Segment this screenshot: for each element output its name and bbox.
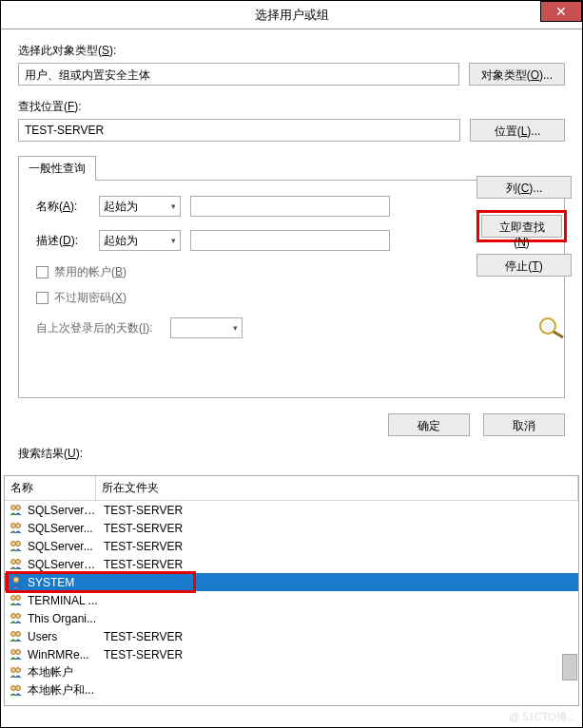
chevron-down-icon: ▾ — [233, 323, 238, 333]
group-icon — [9, 611, 24, 626]
cell-name: SQLServerS... — [28, 558, 100, 571]
cell-folder: TEST-SERVER — [104, 558, 574, 571]
noexpire-checkbox[interactable] — [36, 292, 49, 304]
locations-button[interactable]: 位置(L)... — [470, 119, 565, 142]
cell-name: SYSTEM — [28, 576, 100, 589]
desc-input[interactable] — [190, 230, 390, 251]
columns-button[interactable]: 列(C)... — [476, 176, 572, 199]
stop-button[interactable]: 停止(T) — [476, 254, 572, 277]
close-icon: ✕ — [555, 4, 567, 19]
desc-label: 描述(D): — [36, 233, 89, 249]
cell-name: SQLServer... — [28, 522, 100, 535]
svg-point-7 — [11, 541, 16, 546]
svg-point-12 — [11, 595, 16, 600]
cell-name: 本地帐户和... — [28, 682, 100, 699]
group-icon — [9, 503, 24, 518]
cancel-button[interactable]: 取消 — [483, 413, 565, 436]
cell-folder: TEST-SERVER — [104, 540, 574, 553]
svg-point-21 — [16, 667, 21, 672]
group-icon — [9, 647, 24, 662]
svg-point-22 — [11, 685, 16, 690]
list-row[interactable]: UsersTEST-SERVER — [5, 627, 578, 645]
svg-point-4 — [16, 505, 21, 509]
list-body[interactable]: SQLServer2...TEST-SERVERSQLServer...TEST… — [5, 501, 578, 705]
name-input[interactable] — [190, 196, 390, 217]
cell-folder: TEST-SERVER — [104, 630, 574, 643]
location-input[interactable]: TEST-SERVER — [18, 119, 460, 142]
svg-point-10 — [16, 559, 21, 564]
close-button[interactable]: ✕ — [540, 1, 582, 22]
group-icon — [9, 557, 24, 572]
cell-name: WinRMRe... — [28, 648, 100, 661]
name-combo[interactable]: 起始为 ▾ — [99, 196, 181, 217]
svg-point-11 — [13, 577, 19, 583]
object-types-button[interactable]: 对象类型(O)... — [469, 63, 565, 86]
group-icon — [9, 593, 24, 608]
list-row[interactable]: WinRMRe...TEST-SERVER — [5, 645, 578, 663]
bottom-buttons: 确定 取消 — [18, 413, 565, 436]
group-icon — [9, 521, 24, 536]
query-tab-container: 一般性查询 名称(A): 起始为 ▾ 描述(D): 起始为 ▾ 禁 — [18, 155, 565, 398]
group-icon — [9, 539, 24, 554]
list-row[interactable]: SYSTEM — [5, 573, 578, 591]
svg-point-13 — [16, 595, 21, 600]
cell-name: 本地帐户 — [28, 664, 100, 680]
title-text: 选择用户或组 — [1, 7, 582, 24]
location-row: TEST-SERVER 位置(L)... — [18, 119, 565, 142]
noexpire-label: 不过期密码(X) — [54, 290, 126, 306]
list-row[interactable]: SQLServer...TEST-SERVER — [5, 537, 578, 555]
location-label: 查找位置(F): — [18, 99, 565, 115]
find-now-highlight: 立即查找(N) — [476, 210, 567, 242]
scrollbar-handle[interactable] — [562, 654, 577, 680]
results-label: 搜索结果(U): — [18, 446, 565, 462]
disabled-checkbox[interactable] — [36, 266, 49, 278]
ok-button[interactable]: 确定 — [388, 413, 470, 436]
list-row[interactable]: 本地帐户和... — [5, 681, 578, 699]
svg-point-14 — [11, 613, 16, 618]
user-icon — [9, 575, 24, 590]
svg-point-18 — [11, 649, 16, 654]
cell-name: This Organi... — [28, 612, 100, 625]
tab-common-queries[interactable]: 一般性查询 — [18, 156, 96, 181]
group-icon — [9, 629, 24, 644]
group-icon — [9, 665, 24, 680]
cell-name: Users — [28, 630, 100, 643]
svg-point-6 — [16, 523, 21, 527]
desc-combo[interactable]: 起始为 ▾ — [99, 230, 181, 251]
chevron-down-icon: ▾ — [171, 236, 176, 245]
list-row[interactable]: SQLServer2...TEST-SERVER — [5, 501, 578, 519]
days-label: 自上次登录后的天数(I): — [36, 320, 153, 336]
name-row: 名称(A): 起始为 ▾ — [36, 196, 547, 217]
cell-folder: TEST-SERVER — [104, 648, 574, 661]
col-header-name[interactable]: 名称 — [5, 476, 96, 500]
list-row[interactable]: 本地帐户 — [5, 663, 578, 681]
cell-folder: TEST-SERVER — [104, 522, 574, 535]
list-row[interactable]: SQLServerS...TEST-SERVER — [5, 555, 578, 573]
watermark: @ 51CTO博... — [509, 710, 575, 724]
svg-point-9 — [11, 559, 16, 564]
name-label: 名称(A): — [36, 199, 89, 215]
days-combo[interactable]: ▾ — [170, 317, 243, 338]
object-type-input[interactable]: 用户、组或内置安全主体 — [18, 63, 459, 86]
list-row[interactable]: SQLServer...TEST-SERVER — [5, 519, 578, 537]
cell-folder: TEST-SERVER — [104, 504, 574, 517]
svg-point-19 — [16, 649, 21, 654]
col-header-folder[interactable]: 所在文件夹 — [96, 476, 578, 500]
find-now-button[interactable]: 立即查找(N) — [481, 215, 562, 238]
search-decoration-icon — [536, 315, 567, 342]
svg-point-23 — [16, 685, 21, 690]
desc-row: 描述(D): 起始为 ▾ — [36, 230, 547, 251]
svg-point-15 — [16, 613, 21, 618]
results-list: 名称 所在文件夹 SQLServer2...TEST-SERVERSQLServ… — [4, 475, 579, 706]
disabled-label: 禁用的帐户(B) — [54, 264, 126, 280]
svg-point-2 — [543, 321, 553, 331]
cell-name: TERMINAL ... — [28, 594, 100, 607]
svg-point-5 — [11, 523, 16, 527]
dialog-content: 选择此对象类型(S): 用户、组或内置安全主体 对象类型(O)... 查找位置(… — [1, 29, 582, 475]
group-icon — [9, 683, 24, 699]
days-row: 自上次登录后的天数(I): ▾ — [36, 317, 547, 338]
list-row[interactable]: This Organi... — [5, 609, 578, 627]
list-row[interactable]: TERMINAL ... — [5, 591, 578, 609]
list-header: 名称 所在文件夹 — [5, 476, 578, 501]
svg-point-17 — [16, 631, 21, 636]
